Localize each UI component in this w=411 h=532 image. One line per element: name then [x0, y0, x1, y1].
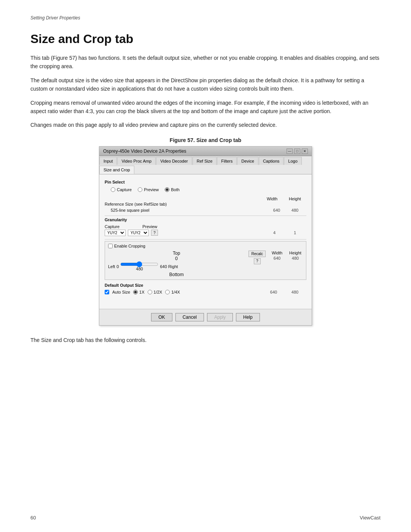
radio-preview-label: Preview [144, 187, 159, 192]
enable-crop-checkbox[interactable] [108, 244, 113, 248]
help-button[interactable]: Help [236, 313, 260, 321]
radio-quarter-label: 1/4X [171, 290, 180, 294]
breadcrumb: Setting Driver Properties [30, 15, 381, 21]
radio-both-input[interactable] [165, 187, 169, 192]
radio-preview: Preview [138, 187, 159, 192]
radio-both-label: Both [171, 187, 180, 192]
figure-label: Figure 57. Size and Crop tab [30, 137, 381, 143]
output-radio-1x: 1X [133, 290, 144, 294]
ref-size-section: Reference Size (see RefSize tab) 525-lin… [105, 202, 306, 212]
enable-crop-row: Enable Cropping [108, 244, 303, 248]
granularity-section: Granularity Capture Preview YUY2 YUY2 ? … [105, 217, 306, 236]
tab-filters[interactable]: Filters [217, 157, 237, 165]
gran-question-btn[interactable]: ? [151, 230, 158, 236]
gran-width-val: 4 [267, 230, 282, 235]
crop-left-value: 0 [116, 264, 119, 269]
paragraph-4: Changes made on this page apply to all v… [30, 121, 381, 129]
tab-captions[interactable]: Captions [259, 157, 284, 165]
tab-size-and-crop[interactable]: Size and Crop [99, 166, 134, 174]
radio-1x-label: 1X [139, 290, 144, 294]
crop-middle: Left 0 480 640 Right [108, 262, 245, 271]
radio-half-label: 1/2X [154, 290, 162, 294]
radio-capture: Capture [111, 187, 132, 192]
brand: ViewCast [360, 515, 381, 521]
dialog-title: Osprey-450e Video Device 2A Properties [103, 149, 186, 154]
tab-video-decoder[interactable]: Video Decoder [156, 157, 192, 165]
crop-top-label: Top [173, 251, 180, 256]
radio-half-input[interactable] [148, 290, 152, 294]
apply-button[interactable]: Apply [207, 313, 233, 321]
paragraph-1: This tab (Figure 57) has two functions. … [30, 54, 381, 71]
crop-wh: Width Height 640 480 [269, 251, 303, 260]
ok-button[interactable]: OK [151, 313, 172, 321]
radio-capture-input[interactable] [111, 187, 115, 192]
tab-input[interactable]: Input [99, 157, 117, 165]
col-header-height: Height [287, 197, 303, 201]
gran-capture-select[interactable]: YUY2 [105, 230, 126, 236]
crop-left-label: Left [108, 264, 115, 269]
auto-size-label: Auto Size [112, 290, 130, 294]
auto-size-checkbox[interactable] [105, 290, 109, 294]
minimize-icon[interactable]: — [287, 149, 293, 154]
ref-size-height: 480 [287, 208, 303, 212]
dialog-body: Pin Select Capture Preview Both Width [99, 174, 312, 309]
paragraph-3: Cropping means removal of unwanted video… [30, 99, 381, 116]
gran-row: YUY2 YUY2 ? 4 1 [105, 230, 306, 236]
radio-quarter-input[interactable] [165, 290, 170, 294]
crop-slider-value: 480 [136, 267, 143, 271]
page-title: Size and Crop tab [30, 32, 381, 46]
cancel-button[interactable]: Cancel [175, 313, 204, 321]
pin-select-row: Capture Preview Both [111, 187, 306, 192]
ref-size-label: Reference Size (see RefSize tab) [105, 202, 306, 206]
ref-size-width: 640 [269, 208, 284, 212]
gran-capture-label: Capture [105, 224, 119, 229]
dialog-titlebar: Osprey-450e Video Device 2A Properties —… [99, 147, 312, 156]
crop-slider[interactable] [120, 262, 158, 267]
crop-top-value: 0 [175, 256, 178, 261]
pin-select-label: Pin Select [105, 180, 306, 184]
tab-logo[interactable]: Logo [284, 157, 301, 165]
dialog-footer: OK Cancel Apply Help [99, 309, 312, 325]
tabs-row: Input Video Proc Amp Video Decoder Ref S… [99, 156, 312, 174]
radio-1x-input[interactable] [133, 290, 138, 294]
crop-top: Top 0 [108, 251, 245, 261]
output-label: Default Output Size [105, 283, 306, 288]
dialog-window: Osprey-450e Video Device 2A Properties —… [99, 146, 312, 326]
crop-col-width: Width [269, 251, 285, 255]
crop-bottom: Bottom [108, 272, 245, 277]
tab-video-proc-amp[interactable]: Video Proc Amp [117, 157, 156, 165]
bottom-text: The Size and Crop tab has the following … [30, 337, 381, 343]
paragraph-2: The default output size is the video siz… [30, 76, 381, 93]
output-radio-quarter: 1/4X [165, 290, 180, 294]
crop-bottom-label: Bottom [169, 272, 184, 277]
gran-preview-select[interactable]: YUY2 [128, 230, 149, 236]
crop-main: Top 0 Left 0 480 640 Right [108, 251, 245, 277]
recalc-col: Recalc ? [249, 251, 266, 264]
granularity-label: Granularity [105, 217, 306, 222]
radio-both: Both [165, 187, 180, 192]
output-section: Default Output Size Auto Size 1X 1/2X 1 [105, 283, 306, 294]
ref-size-label-row: Reference Size (see RefSize tab) [105, 202, 306, 206]
crop-width: 640 [269, 256, 285, 260]
gran-preview-label: Preview [142, 224, 157, 229]
tab-device[interactable]: Device [237, 157, 258, 165]
crop-question-btn[interactable]: ? [254, 258, 261, 264]
cropping-section: Enable Cropping Top 0 Left 0 [105, 241, 306, 280]
page-footer: 60 ViewCast [30, 515, 381, 521]
col-header-width: Width [264, 197, 280, 201]
crop-controls: Top 0 Left 0 480 640 Right [108, 251, 303, 277]
crop-height: 480 [288, 256, 303, 260]
radio-preview-input[interactable] [138, 187, 142, 192]
titlebar-icons: — □ ✕ [287, 149, 308, 154]
maximize-icon[interactable]: □ [294, 149, 300, 154]
ref-size-name: 525-line square pixel [105, 208, 269, 212]
recalc-button[interactable]: Recalc [249, 251, 266, 257]
ref-size-value-row: 525-line square pixel 640 480 [105, 208, 306, 212]
crop-slider-col: 480 [120, 262, 158, 271]
output-height: 480 [287, 290, 303, 294]
tab-ref-size[interactable]: Ref Size [193, 157, 217, 165]
output-radio-half: 1/2X [148, 290, 162, 294]
enable-crop-label: Enable Cropping [114, 244, 145, 248]
radio-capture-label: Capture [117, 187, 132, 192]
close-icon[interactable]: ✕ [302, 149, 308, 154]
